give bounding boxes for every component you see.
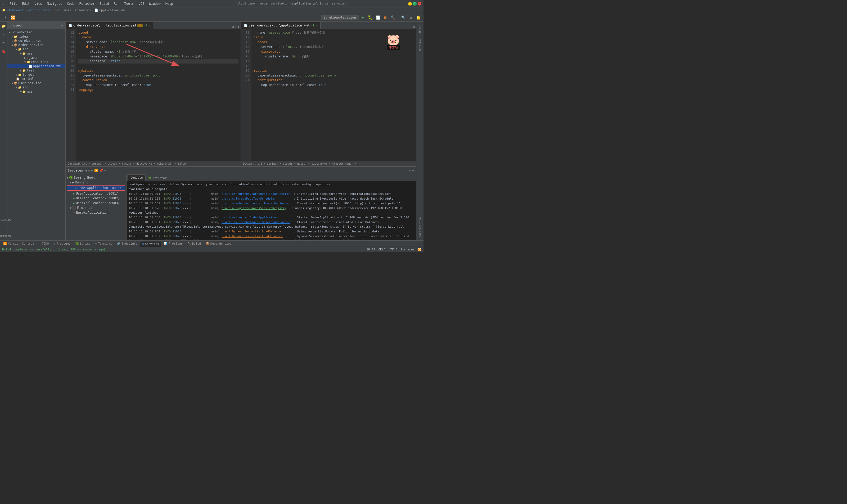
service-running-group[interactable]: ▼ ▶ Running xyxy=(66,180,126,185)
tree-src[interactable]: ▼ 📁 src xyxy=(7,47,66,51)
right-tab-close[interactable]: ✕ xyxy=(316,24,318,27)
services-refresh-btn[interactable]: ↺ xyxy=(85,168,87,172)
service-spring-boot[interactable]: ▼ 🌿 Spring Boot xyxy=(66,175,126,180)
project-settings-icon[interactable]: ⚙ xyxy=(61,23,63,27)
bottom-tab-vcs[interactable]: 🔀 Version Control xyxy=(1,241,36,247)
menu-window[interactable]: Window xyxy=(147,1,163,6)
bottom-tab-dependencies[interactable]: 📦 Dependencies xyxy=(203,241,233,247)
menu-navigate[interactable]: Navigate xyxy=(45,1,64,6)
vcs-update-btn[interactable]: ⬇ xyxy=(2,14,8,21)
status-indent[interactable]: 2 spaces xyxy=(400,248,415,251)
actuator-tab[interactable]: 🌿 Actuator xyxy=(146,175,169,181)
maven-btn[interactable]: Maven xyxy=(417,23,423,35)
minimize-btn[interactable]: — xyxy=(408,2,412,5)
tree-target[interactable]: ▶ 📁 target xyxy=(7,73,66,77)
menu-run[interactable]: Run xyxy=(112,1,122,6)
service-user-app3[interactable]: ▶ UserApplication3 :8083/ xyxy=(66,201,126,205)
structure-btn[interactable]: ≡ xyxy=(1,40,7,46)
build-btn[interactable]: 🔨 xyxy=(389,14,396,21)
tree-user-service[interactable]: ▼ 📦 user-service xyxy=(7,81,66,85)
debug-btn[interactable]: 🐛 xyxy=(367,14,374,21)
search-everywhere-btn[interactable]: 🔍 xyxy=(400,14,407,21)
services-add-btn[interactable]: + xyxy=(104,168,106,172)
console-output[interactable]: configuration sources, define System pro… xyxy=(127,181,416,240)
structure-label[interactable]: Structure xyxy=(1,218,7,222)
settings-btn[interactable]: ⚙ xyxy=(408,14,414,21)
menu-help[interactable]: Help xyxy=(163,1,175,6)
console-tab[interactable]: Console xyxy=(128,175,146,181)
bookmarks-btn[interactable]: 🔖 xyxy=(1,48,7,55)
menu-vcs[interactable]: VCS xyxy=(137,1,147,6)
menu-code[interactable]: Code xyxy=(65,1,77,6)
tree-test[interactable]: ▶ 📁 test xyxy=(7,68,66,73)
maximize-btn[interactable]: □ xyxy=(413,2,417,5)
project-view-btn[interactable]: 📁 xyxy=(1,23,7,29)
menu-refactor[interactable]: Refactor xyxy=(77,1,97,6)
bottom-tab-profiler[interactable]: 📊 Profiler xyxy=(162,241,185,247)
run-config-selector[interactable]: EurekaApplication xyxy=(321,15,359,20)
bottom-tab-problems[interactable]: ⚠ Problems xyxy=(51,241,73,247)
services-settings-btn[interactable]: ⚙ xyxy=(409,168,411,172)
vcs-btn[interactable]: 🔀 xyxy=(10,14,16,21)
bottom-tab-endpoints[interactable]: 🔗 Endpoints xyxy=(114,241,140,247)
editor-left-collapse[interactable]: ⬇ xyxy=(238,25,239,29)
bc-src[interactable]: src xyxy=(55,8,60,12)
status-encoding[interactable]: UTF-8 xyxy=(389,248,397,251)
commit-btn[interactable]: ✓ xyxy=(1,31,7,38)
tree-order-service[interactable]: ▼ 📦 order-service xyxy=(7,43,66,47)
right-code-content[interactable]: name: userservice # user服务的服务名称 cloud: n… xyxy=(251,29,416,161)
notifications-btn[interactable]: 🔔 xyxy=(415,14,421,21)
status-position[interactable]: 18:25 xyxy=(366,248,375,251)
tree-java[interactable]: ▶ ☕ java xyxy=(7,56,66,60)
tree-user-src[interactable]: ▼ 📁 src xyxy=(7,85,66,89)
notifications-sidebar-btn[interactable]: Notifications xyxy=(417,214,423,239)
left-tab-close[interactable]: ✕ xyxy=(149,24,151,27)
bc-order-service[interactable]: order-service xyxy=(28,8,51,12)
editor-left-expand[interactable]: ⬆ xyxy=(235,25,237,29)
bc-resources[interactable]: resources xyxy=(75,8,91,12)
service-user-app[interactable]: ▶ UserApplication :8081/ xyxy=(66,191,126,196)
services-group-btn[interactable]: ⊞ xyxy=(91,168,93,172)
services-minimize-btn[interactable]: — xyxy=(412,168,414,172)
tree-pom-xml[interactable]: 📋 pom.xml xyxy=(7,77,66,81)
status-line-sep[interactable]: CRLF xyxy=(378,248,385,251)
editor-right-settings[interactable]: ⚙ xyxy=(413,25,415,29)
services-collapse-btn[interactable]: ⊟ xyxy=(88,168,90,172)
menu-build[interactable]: Build xyxy=(97,1,111,6)
bottom-tab-build[interactable]: 🔨 Build xyxy=(185,241,203,247)
tree-application-yml[interactable]: 📄 application.yml xyxy=(7,64,66,68)
services-pin-btn[interactable]: 📌 xyxy=(99,168,103,172)
bc-cloud-demo[interactable]: cloud-demo xyxy=(7,8,24,12)
stop-btn[interactable]: ⏹ xyxy=(382,14,388,21)
bookmarks-label[interactable]: Bookmarks xyxy=(1,234,7,238)
menu-file[interactable]: File xyxy=(7,1,19,6)
menu-view[interactable]: View xyxy=(32,1,44,6)
bc-main[interactable]: main xyxy=(64,8,71,12)
service-eureka-app[interactable]: — EurekaApplication xyxy=(66,210,126,215)
tree-user-main[interactable]: ▼ 📁 main xyxy=(7,89,66,94)
left-tab-yml[interactable]: 📄 order-service\...\application.yml ⚠1 ✓… xyxy=(66,22,154,29)
tree-resources[interactable]: ▼ 📁 resources xyxy=(7,60,66,64)
left-code-content[interactable]: cloud: nacos: server-addr: localhost:884… xyxy=(76,29,240,161)
tree-eureka-server[interactable]: ▶ 📦 eureka-server xyxy=(7,39,66,43)
services-filter-btn[interactable]: 🔽 xyxy=(94,168,98,172)
menu-tools[interactable]: Tools xyxy=(122,1,136,6)
bottom-tab-services[interactable]: ⚙ Services xyxy=(140,241,161,247)
tree-main[interactable]: ▼ 📁 main xyxy=(7,51,66,56)
run-btn[interactable]: ▶ xyxy=(360,14,366,21)
bottom-tab-todo[interactable]: ✓ TODO xyxy=(37,241,51,247)
tree-idea[interactable]: ▶ 📁 .idea xyxy=(7,34,66,39)
bc-file[interactable]: application.yml xyxy=(99,8,125,12)
status-git-icon[interactable]: 🔀 xyxy=(418,248,421,251)
editor-left-settings[interactable]: ⚙ xyxy=(232,25,234,29)
bottom-tab-terminal[interactable]: ⌨ Terminal xyxy=(93,241,114,247)
service-order-app[interactable]: ▶ OrderApplication :8080/ xyxy=(67,185,125,191)
tree-cloud-demo[interactable]: ▼ ☁ cloud-demo xyxy=(7,30,66,34)
service-finished-group[interactable]: ▼ ⬛ Finished xyxy=(66,205,126,210)
bottom-tab-spring[interactable]: 🌿 Spring xyxy=(73,241,93,247)
service-user-app2[interactable]: ▶ UserApplication2 :8082/ xyxy=(66,196,126,201)
database-btn[interactable]: Database xyxy=(417,36,423,53)
menu-edit[interactable]: Edit xyxy=(20,1,32,6)
close-btn[interactable]: ✕ xyxy=(418,2,421,5)
right-tab-yml[interactable]: 📄 user-service\...\application.yml ✓4 ✕ xyxy=(241,22,321,29)
